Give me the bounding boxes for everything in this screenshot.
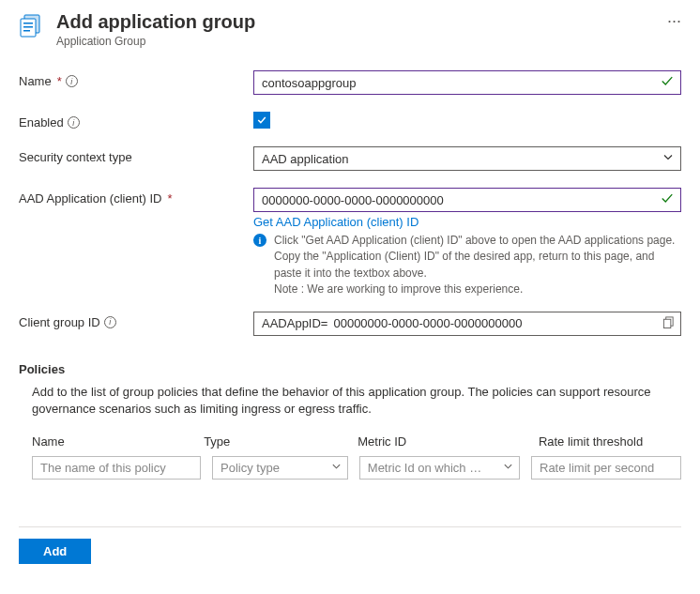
info-icon[interactable]: i: [66, 75, 78, 87]
svg-rect-4: [23, 30, 30, 32]
info-solid-icon: i: [253, 234, 266, 247]
copy-icon[interactable]: [662, 316, 675, 331]
policies-description: Add to the list of group policies that d…: [19, 384, 681, 418]
policy-name-input[interactable]: [32, 456, 201, 480]
client-group-id-value: AADAppID= 00000000-0000-0000-0000000000: [253, 312, 681, 336]
security-context-type-select[interactable]: AAD application: [253, 146, 681, 171]
get-aad-app-id-link[interactable]: Get AAD Application (client) ID: [253, 215, 418, 229]
policy-col-name: Name: [32, 434, 192, 449]
aad-help-text: Click "Get AAD Application (client) ID" …: [274, 233, 681, 298]
page-title: Add application group: [56, 11, 650, 33]
policy-rate-input[interactable]: [531, 456, 681, 480]
svg-rect-2: [23, 23, 33, 24]
policy-col-type: Type: [204, 434, 346, 449]
chevron-down-icon: [503, 461, 513, 475]
svg-rect-8: [663, 319, 670, 327]
name-label: Name: [19, 74, 52, 88]
security-context-type-label: Security context type: [19, 150, 132, 164]
policy-col-rate: Rate limit threshold: [539, 434, 681, 449]
required-indicator: *: [167, 191, 172, 206]
required-indicator: *: [57, 74, 62, 88]
aad-app-id-label: AAD Application (client) ID: [19, 191, 161, 206]
svg-text:i: i: [259, 236, 262, 246]
policies-section-title: Policies: [19, 362, 681, 376]
chevron-down-icon: [331, 461, 342, 475]
enabled-label: Enabled: [19, 115, 64, 129]
info-icon[interactable]: i: [104, 316, 116, 328]
aad-app-id-input[interactable]: [253, 188, 681, 212]
more-actions-button[interactable]: ···: [667, 11, 681, 30]
add-button[interactable]: Add: [19, 539, 91, 564]
name-input[interactable]: [253, 70, 681, 95]
enabled-checkbox[interactable]: [253, 112, 270, 129]
svg-rect-3: [23, 26, 33, 28]
info-icon[interactable]: i: [68, 116, 80, 129]
page-subtitle: Application Group: [56, 35, 650, 48]
policy-col-metric: Metric ID: [358, 434, 527, 449]
policy-metric-select[interactable]: Metric Id on which …: [359, 456, 520, 480]
client-group-id-label: Client group ID: [19, 315, 100, 329]
policy-type-select[interactable]: Policy type: [212, 456, 348, 480]
app-group-icon: [19, 13, 45, 39]
